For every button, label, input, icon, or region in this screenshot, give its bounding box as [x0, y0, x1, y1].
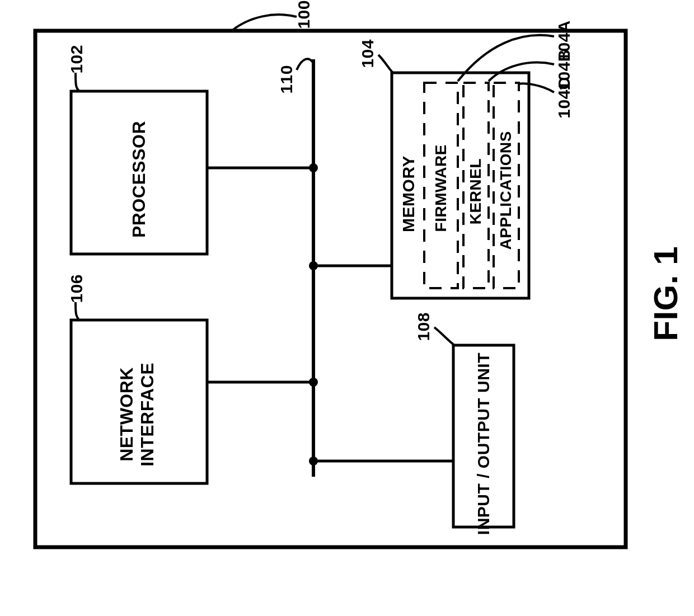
memory-firmware-label: FIRMWARE [432, 144, 450, 232]
ref-108: 108 [414, 312, 433, 341]
outer-block [35, 31, 626, 547]
bus-junction-memory [309, 261, 318, 270]
ref-110: 110 [277, 65, 296, 94]
bus-junction-io [309, 457, 318, 465]
ref-106: 106 [67, 274, 86, 303]
io-unit-label: INPUT / OUTPUT UNIT [474, 352, 493, 535]
ref-100: 100 [294, 0, 313, 29]
leader-106 [76, 302, 79, 320]
leader-100 [232, 15, 297, 31]
diagram-svg [0, 0, 694, 616]
memory-kernel-label: KERNEL [467, 158, 485, 224]
diagram-page: FIG. 1 100 110 102 106 104 108 104A 104B… [0, 0, 694, 616]
ref-104: 104 [358, 39, 377, 68]
processor-label: PROCESSOR [129, 121, 149, 238]
bus-junction-processor [309, 163, 318, 172]
ref-102: 102 [67, 45, 86, 74]
memory-label: MEMORY [399, 156, 418, 232]
leader-104c [519, 83, 554, 92]
ref-104c: 104C [555, 77, 574, 119]
leader-104 [378, 55, 393, 73]
leader-110 [297, 59, 313, 70]
bus-junction-network [309, 378, 318, 387]
leader-102 [76, 73, 79, 91]
leader-104a [458, 35, 554, 81]
figure-caption: FIG. 1 [646, 246, 685, 341]
memory-applications-label: APPLICATIONS [497, 131, 515, 250]
leader-108 [434, 327, 454, 345]
network-interface-label: NETWORKINTERFACE [116, 363, 158, 467]
